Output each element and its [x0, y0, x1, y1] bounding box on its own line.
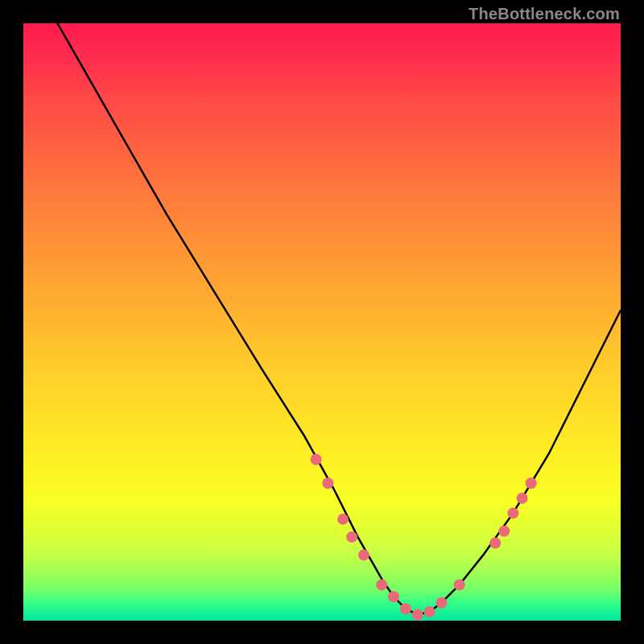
curve-markers [311, 454, 537, 621]
curve-marker [388, 591, 399, 602]
curve-marker [498, 526, 510, 537]
plot-area [23, 23, 621, 621]
curve-marker [358, 549, 369, 560]
curve-marker [311, 454, 322, 465]
curve-marker [337, 514, 349, 525]
curve-layer [23, 23, 621, 621]
curve-marker [526, 477, 537, 489]
curve-marker [436, 597, 447, 609]
attribution-text: TheBottleneck.com [469, 5, 620, 23]
curve-marker [376, 580, 387, 591]
curve-marker [507, 507, 518, 518]
curve-marker [424, 606, 436, 617]
curve-marker [322, 477, 333, 489]
curve-marker [412, 609, 423, 621]
curve-marker [489, 538, 501, 549]
curve-marker [454, 580, 465, 591]
curve-marker [346, 531, 357, 543]
chart-stage: TheBottleneck.com [0, 0, 644, 644]
curve-marker [400, 603, 411, 614]
bottleneck-curve [23, 23, 621, 615]
curve-marker [517, 493, 528, 504]
